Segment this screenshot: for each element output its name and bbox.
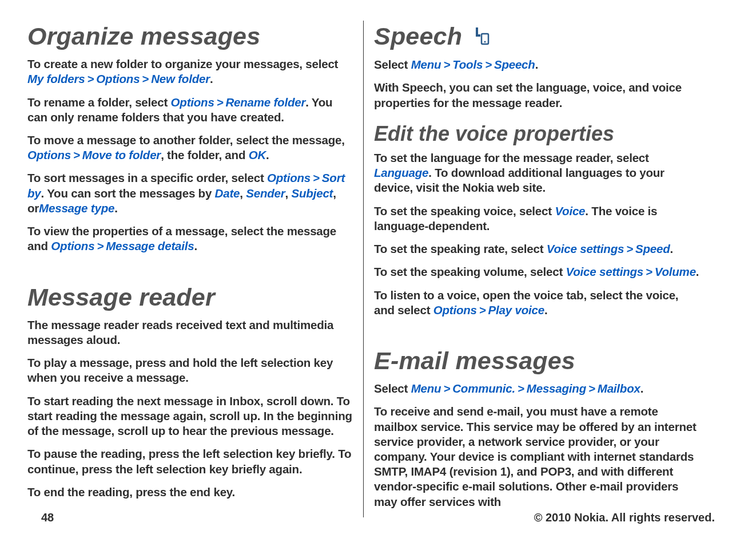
heading-speech: Speech <box>374 21 700 53</box>
para-email-intro: To receive and send e-mail, you must hav… <box>374 404 700 509</box>
text: To set the speaking volume, select <box>374 265 566 278</box>
link-mailbox[interactable]: Mailbox <box>598 382 640 395</box>
heading-message-reader: Message reader <box>27 282 353 313</box>
chevron-right-icon: > <box>515 382 527 395</box>
chevron-right-icon: > <box>624 242 635 255</box>
para-set-language: To set the language for the message read… <box>374 151 700 196</box>
text: . <box>640 382 644 395</box>
heading-organize-messages: Organize messages <box>27 21 353 52</box>
chevron-right-icon: > <box>214 96 226 109</box>
para-email-nav: Select Menu>Communic.>Messaging>Mailbox. <box>374 381 700 396</box>
text: To set the language for the message read… <box>374 151 649 164</box>
text: . <box>210 72 213 85</box>
copyright-text: © 2010 Nokia. All rights reserved. <box>534 511 715 525</box>
para-reader-intro: The message reader reads received text a… <box>27 318 353 347</box>
text: To sort messages in a specific order, se… <box>27 171 267 184</box>
speech-icon <box>472 21 490 53</box>
link-options[interactable]: Options <box>171 96 214 109</box>
link-options[interactable]: Options <box>267 171 311 184</box>
para-rename-folder: To rename a folder, select Options>Renam… <box>27 95 353 125</box>
chevron-right-icon: > <box>441 58 452 71</box>
link-ok[interactable]: OK <box>249 148 266 161</box>
para-listen-voice: To listen to a voice, open the voice tab… <box>374 288 700 318</box>
link-message-type[interactable]: Message type <box>39 201 114 215</box>
para-speech-nav: Select Menu>Tools>Speech. <box>374 57 700 72</box>
text: . <box>544 303 548 316</box>
link-my-folders[interactable]: My folders <box>27 72 85 85</box>
text: . <box>696 265 699 278</box>
para-end-reading: To end the reading, press the end key. <box>27 485 353 500</box>
page-footer: 48 © 2010 Nokia. All rights reserved. <box>0 511 756 525</box>
link-message-details[interactable]: Message details <box>106 239 194 252</box>
chevron-right-icon: > <box>94 239 106 252</box>
para-speech-intro: With Speech, you can set the language, v… <box>374 80 700 110</box>
link-language[interactable]: Language <box>374 166 428 179</box>
chevron-right-icon: > <box>441 382 452 395</box>
text: To set the speaking rate, select <box>374 242 547 255</box>
link-options[interactable]: Options <box>433 303 477 316</box>
chevron-right-icon: > <box>85 72 97 85</box>
chevron-right-icon: > <box>483 58 494 71</box>
text: . <box>670 242 674 255</box>
para-sort-messages: To sort messages in a specific order, se… <box>27 171 353 216</box>
text: . You can sort the messages by <box>41 187 215 200</box>
page-number: 48 <box>41 511 54 525</box>
text: . <box>114 201 118 215</box>
link-voice[interactable]: Voice <box>555 204 585 217</box>
link-tools[interactable]: Tools <box>452 58 483 71</box>
link-move-to-folder[interactable]: Move to folder <box>82 148 161 161</box>
heading-text: Speech <box>374 22 462 50</box>
text: . <box>194 239 197 252</box>
chevron-right-icon: > <box>586 382 598 395</box>
para-pause-reading: To pause the reading, press the left sel… <box>27 446 353 476</box>
link-options[interactable]: Options <box>51 239 94 252</box>
text: To move a message to another folder, sel… <box>27 133 345 147</box>
link-date[interactable]: Date <box>215 187 240 200</box>
link-speech[interactable]: Speech <box>494 58 535 71</box>
chevron-right-icon: > <box>643 265 655 278</box>
text: To create a new folder to organize your … <box>27 57 338 70</box>
chevron-right-icon: > <box>71 148 82 161</box>
link-menu[interactable]: Menu <box>411 58 441 71</box>
link-play-voice[interactable]: Play voice <box>488 303 544 316</box>
para-set-volume: To set the speaking volume, select Voice… <box>374 264 700 279</box>
link-options[interactable]: Options <box>27 148 71 161</box>
link-rename-folder[interactable]: Rename folder <box>225 96 305 109</box>
para-play-message: To play a message, press and hold the le… <box>27 355 353 385</box>
page-content: Organize messages To create a new folder… <box>0 0 756 517</box>
link-sender[interactable]: Sender <box>246 187 285 200</box>
link-voice-settings[interactable]: Voice settings <box>566 265 643 278</box>
link-subject[interactable]: Subject <box>292 187 333 200</box>
para-move-message: To move a message to another folder, sel… <box>27 133 353 163</box>
chevron-right-icon: > <box>140 72 151 85</box>
text: . <box>266 148 269 161</box>
text: To set the speaking voice, select <box>374 204 555 217</box>
text: , the folder, and <box>161 148 249 161</box>
heading-email-messages: E-mail messages <box>374 345 700 377</box>
text: . <box>535 58 539 71</box>
link-messaging[interactable]: Messaging <box>527 382 586 395</box>
link-new-folder[interactable]: New folder <box>151 72 210 85</box>
chevron-right-icon: > <box>477 303 488 316</box>
chevron-right-icon: > <box>311 171 322 184</box>
para-create-folder: To create a new folder to organize your … <box>27 57 353 86</box>
link-speed[interactable]: Speed <box>635 242 670 255</box>
link-communic[interactable]: Communic. <box>452 382 515 395</box>
para-next-message: To start reading the next message in Inb… <box>27 394 353 439</box>
left-column: Organize messages To create a new folder… <box>27 21 364 517</box>
text: Select <box>374 382 411 395</box>
link-menu[interactable]: Menu <box>411 382 441 395</box>
heading-edit-voice-properties: Edit the voice properties <box>374 121 700 147</box>
text: To rename a folder, select <box>27 96 171 109</box>
para-set-voice: To set the speaking voice, select Voice.… <box>374 204 700 234</box>
svg-point-1 <box>484 41 486 43</box>
link-voice-settings[interactable]: Voice settings <box>547 242 624 255</box>
para-message-properties: To view the properties of a message, sel… <box>27 224 353 254</box>
text: Select <box>374 58 411 71</box>
link-volume[interactable]: Volume <box>655 265 696 278</box>
link-options[interactable]: Options <box>96 72 140 85</box>
para-set-rate: To set the speaking rate, select Voice s… <box>374 242 700 256</box>
right-column: Speech Select Menu>Tools>Speech. With Sp… <box>364 21 700 517</box>
